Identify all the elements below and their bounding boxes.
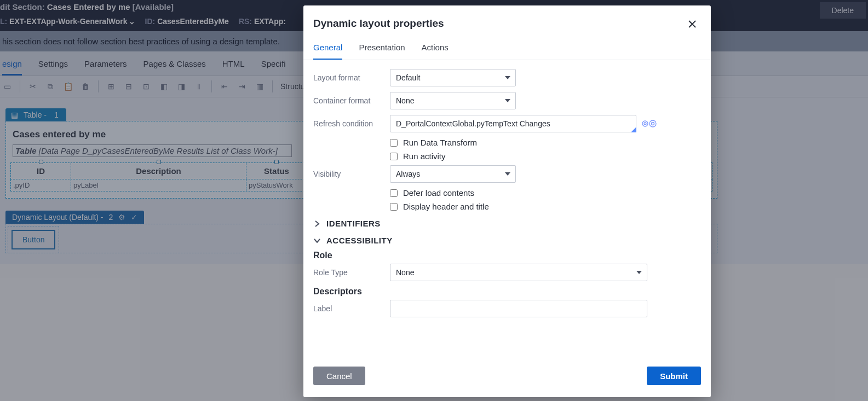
resize-handle-icon[interactable]: [631, 127, 636, 132]
refresh-condition-label: Refresh condition: [313, 119, 390, 128]
layout-format-label: Layout format: [313, 73, 390, 82]
accessibility-label-label: Label: [313, 304, 390, 313]
svg-point-1: [644, 123, 646, 125]
run-activity-checkbox[interactable]: [390, 153, 398, 160]
defer-load-label: Defer load contents: [403, 188, 474, 197]
chevron-right-icon: [313, 220, 321, 228]
defer-load-checkbox[interactable]: [390, 189, 398, 197]
descriptors-heading: Descriptors: [313, 287, 701, 297]
visibility-select[interactable]: Always: [390, 165, 516, 183]
run-data-transform-label: Run Data Transform: [403, 138, 477, 147]
container-format-select[interactable]: None: [390, 92, 516, 109]
svg-point-3: [652, 123, 654, 125]
modal-body: Layout format Default Container format N…: [303, 60, 711, 358]
accessibility-section-toggle[interactable]: ACCESSIBILITY: [313, 236, 701, 245]
run-activity-label: Run activity: [403, 152, 446, 161]
display-header-label: Display header and title: [403, 202, 489, 211]
modal-tab-presentation[interactable]: Presentation: [359, 38, 405, 60]
modal-tabs: General Presentation Actions: [303, 38, 711, 60]
identifiers-section-toggle[interactable]: IDENTIFIERS: [313, 219, 701, 228]
modal-tab-actions[interactable]: Actions: [422, 38, 449, 60]
role-type-label: Role Type: [313, 268, 390, 277]
svg-point-2: [649, 120, 656, 127]
role-type-select[interactable]: None: [390, 264, 647, 281]
submit-button[interactable]: Submit: [647, 367, 701, 385]
layout-format-select[interactable]: Default: [390, 69, 516, 86]
dynamic-layout-properties-modal: Dynamic layout properties General Presen…: [303, 5, 711, 397]
role-heading: Role: [313, 251, 701, 260]
run-data-transform-checkbox[interactable]: [390, 139, 398, 147]
accessibility-label-input[interactable]: [390, 300, 647, 317]
svg-point-0: [642, 121, 648, 126]
container-format-label: Container format: [313, 96, 390, 105]
visibility-label: Visibility: [313, 170, 390, 178]
refresh-condition-input[interactable]: [390, 115, 636, 132]
modal-footer: Cancel Submit: [303, 358, 711, 397]
display-header-checkbox[interactable]: [390, 203, 398, 211]
close-icon[interactable]: [686, 18, 699, 31]
chevron-down-icon: [313, 237, 321, 245]
modal-title: Dynamic layout properties: [313, 18, 444, 30]
modal-tab-general[interactable]: General: [313, 38, 342, 60]
config-gears-button[interactable]: [641, 119, 658, 129]
cancel-button[interactable]: Cancel: [313, 367, 365, 385]
